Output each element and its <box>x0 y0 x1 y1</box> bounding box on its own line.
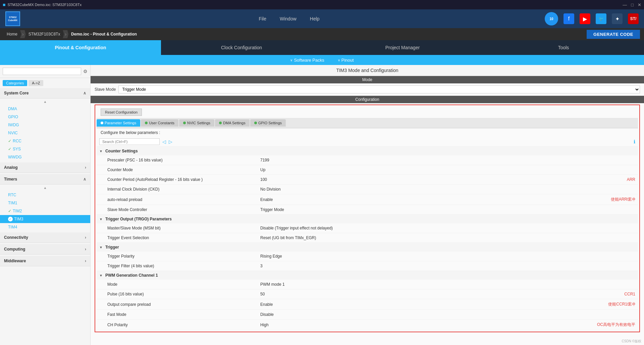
st-logo-icon[interactable]: ST/ <box>628 13 639 24</box>
trigger-output-section: ▼ Trigger Output (TRGO) Parameters Maste… <box>97 215 638 243</box>
nav-item-nvic[interactable]: NVIC <box>0 129 90 137</box>
param-counter-period: Counter Period (AutoReload Register - 16… <box>97 175 638 185</box>
expand-triangle: ▼ <box>99 246 103 249</box>
system-core-label: System Core <box>4 91 29 95</box>
param-note-ccr1-buf: 使能CCR1缓冲 <box>605 300 638 308</box>
nav-item-tim1[interactable]: TIM1 <box>0 199 90 207</box>
nav-item-tim3[interactable]: ✓TIM3 <box>0 215 90 223</box>
nav-group-analog: Analog › <box>0 162 90 173</box>
twitter-icon[interactable]: 🐦 <box>596 13 606 24</box>
close-button[interactable]: ✕ <box>638 2 641 7</box>
logo-box: STM32 CubeMX <box>5 11 20 26</box>
param-trigger-filter: Trigger Filter (4 bits value) 3 <box>97 261 638 271</box>
tab-clock[interactable]: Clock Configuration <box>161 40 322 55</box>
gear-icon[interactable]: ⚙ <box>83 69 88 74</box>
tab-dot <box>219 122 222 124</box>
nav-item-iwdg[interactable]: IWDG <box>0 121 90 129</box>
main-content: ⚙ Categories A->Z System Core ∧ ▲ DMA GP… <box>0 65 644 345</box>
param-search-input[interactable] <box>99 138 160 145</box>
file-menu[interactable]: File <box>259 16 266 21</box>
facebook-icon[interactable]: f <box>564 13 574 24</box>
nav-group-timers: Timers ∧ ▲ RTC TIM1 ✓TIM2 ✓TIM3 TIM4 <box>0 174 90 231</box>
prev-icon[interactable]: ◁ <box>162 139 166 144</box>
breadcrumb-home[interactable]: Home <box>4 32 20 37</box>
breadcrumb-project[interactable]: Demo.ioc - Pinout & Configuration <box>68 32 140 37</box>
config-tab-gpio-settings[interactable]: GPIO Settings <box>250 119 286 127</box>
logo: STM32 CubeMX <box>5 11 20 26</box>
scroll-up-indicator: ▲ <box>0 98 90 105</box>
title-bar: ■ STM32CubeMX Demo.ioc: STM32F103C8Tx — … <box>0 0 644 9</box>
nav-item-dma[interactable]: DMA <box>0 105 90 113</box>
nav-item-rcc[interactable]: ✓RCC <box>0 137 90 145</box>
sub-tab-pinout[interactable]: ∨ Pinout <box>338 58 354 63</box>
tim3-check-icon: ✓ <box>8 217 13 221</box>
minimize-button[interactable]: — <box>623 2 627 7</box>
next-icon[interactable]: ▷ <box>169 139 172 144</box>
expand-icon: › <box>85 259 86 263</box>
slave-mode-row: Slave Mode Trigger Mode <box>91 83 644 96</box>
help-menu[interactable]: Help <box>310 16 320 21</box>
section-header-connectivity[interactable]: Connectivity › <box>0 232 90 243</box>
nav-item-rtc[interactable]: RTC <box>0 191 90 199</box>
nav-item-sys[interactable]: ✓SYS <box>0 145 90 153</box>
tab-project-manager[interactable]: Project Manager <box>322 40 483 55</box>
expand-triangle: ▼ <box>99 217 103 221</box>
sub-tab-software-packs[interactable]: ∨ Software Packs <box>290 58 324 63</box>
expand-icon: › <box>85 247 86 252</box>
info-icon[interactable]: ℹ <box>634 139 635 144</box>
youtube-icon[interactable]: ▶ <box>580 13 590 24</box>
generate-code-button[interactable]: GENERATE CODE <box>587 30 640 39</box>
param-note-arr: ARR <box>624 176 638 183</box>
config-tab-parameter-settings[interactable]: Parameter Settings <box>97 119 140 127</box>
nav-item-wwdg[interactable]: WWDG <box>0 153 90 161</box>
breadcrumb-sep2: › <box>63 30 68 38</box>
section-header-analog[interactable]: Analog › <box>0 162 90 173</box>
reset-config-button[interactable]: Reset Configuration <box>97 107 638 118</box>
tab-dot <box>183 122 186 124</box>
pwm-channel1-header[interactable]: ▼ PWM Generation Channel 1 <box>97 271 638 280</box>
param-search-row: ◁ ▷ ℹ <box>97 137 638 147</box>
tab-dot <box>145 122 148 124</box>
search-input[interactable] <box>3 68 81 75</box>
content-box: Reset Configuration Parameter Settings U… <box>95 105 640 332</box>
config-tabs: Parameter Settings User Constants NVIC S… <box>97 118 638 128</box>
slave-mode-select[interactable]: Trigger Mode <box>118 85 640 93</box>
nav-item-gpio[interactable]: GPIO <box>0 113 90 121</box>
section-header-timers[interactable]: Timers ∧ <box>0 174 90 185</box>
expand-icon: ∧ <box>83 177 86 182</box>
nav-item-tim4[interactable]: TIM4 <box>0 223 90 231</box>
tab-categories[interactable]: Categories <box>3 80 27 86</box>
param-slave-mode-ctrl: Slave Mode Controller Trigger Mode <box>97 205 638 215</box>
nav-group-computing: Computing › <box>0 244 90 255</box>
panel-title: TIM3 Mode and Configuration <box>91 65 644 76</box>
expand-icon: › <box>85 235 86 240</box>
param-trigger-polarity: Trigger Polarity Rising Edge <box>97 252 638 261</box>
params-label: Configure the below parameters : <box>97 128 638 137</box>
config-tab-user-constants[interactable]: User Constants <box>141 119 178 127</box>
param-msm-bit: Master/Slave Mode (MSM bit) Disable (Tri… <box>97 223 638 233</box>
nav-item-tim2[interactable]: ✓TIM2 <box>0 207 90 215</box>
connectivity-label: Connectivity <box>4 235 28 240</box>
tab-tools[interactable]: Tools <box>483 40 644 55</box>
param-note-ccr1: CCR1 <box>622 291 638 297</box>
window-menu[interactable]: Window <box>280 16 297 21</box>
param-ch-polarity: CH Polarity High OC高电平为有效电平 <box>97 320 638 330</box>
right-panel: TIM3 Mode and Configuration Mode Slave M… <box>91 65 644 345</box>
network-icon[interactable]: ✦ <box>612 13 623 24</box>
config-tab-nvic-settings[interactable]: NVIC Settings <box>179 119 214 127</box>
maximize-button[interactable]: □ <box>631 2 634 7</box>
tab-atoz[interactable]: A->Z <box>29 80 43 86</box>
section-header-computing[interactable]: Computing › <box>0 244 90 255</box>
expand-icon: › <box>85 165 86 170</box>
breadcrumb: Home › STM32F103C8Tx › Demo.ioc - Pinout… <box>0 28 644 40</box>
tab-pinout[interactable]: Pinout & Configuration <box>0 40 161 55</box>
counter-settings-header[interactable]: ▼ Counter Settings <box>97 147 638 155</box>
scroll-up-indicator: ▲ <box>0 185 90 191</box>
trigger-output-header[interactable]: ▼ Trigger Output (TRGO) Parameters <box>97 215 638 223</box>
param-pwm-mode: Mode PWM mode 1 <box>97 280 638 289</box>
section-header-middleware[interactable]: Middleware › <box>0 256 90 266</box>
section-header-system-core[interactable]: System Core ∧ <box>0 88 90 98</box>
trigger-header[interactable]: ▼ Trigger <box>97 243 638 252</box>
config-tab-dma-settings[interactable]: DMA Settings <box>215 119 250 127</box>
breadcrumb-chip[interactable]: STM32F103C8Tx <box>26 32 63 37</box>
